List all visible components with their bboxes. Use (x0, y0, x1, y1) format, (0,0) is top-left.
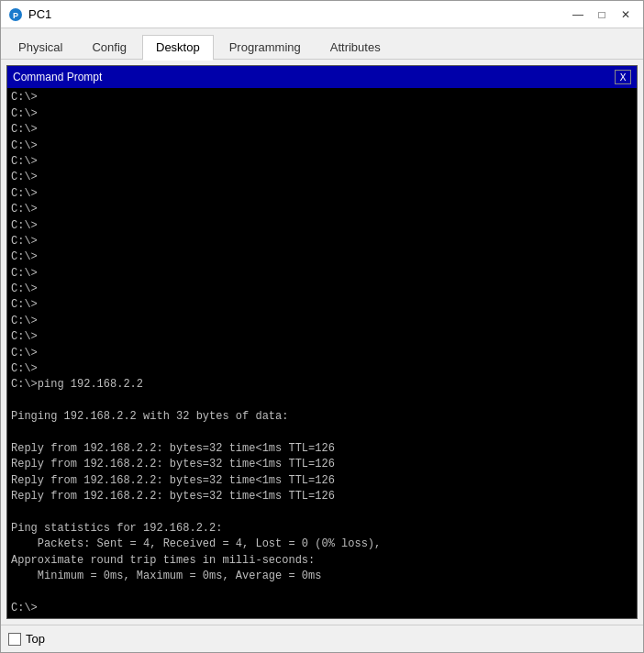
tab-physical[interactable]: Physical (5, 35, 76, 60)
top-checkbox-label: Top (26, 632, 45, 646)
title-bar: P PC1 — □ ✕ (1, 1, 643, 28)
command-prompt-window: Command Prompt X C:\> C:\> C:\> C:\> C:\… (6, 65, 638, 619)
cmd-body: C:\> C:\> C:\> C:\> C:\> C:\> C:\> C:\> … (7, 88, 637, 618)
window-title: PC1 (28, 7, 51, 21)
cmd-title-bar: Command Prompt X (7, 66, 637, 88)
main-content: Command Prompt X C:\> C:\> C:\> C:\> C:\… (1, 60, 643, 625)
tab-desktop[interactable]: Desktop (142, 35, 214, 60)
close-button[interactable]: ✕ (616, 5, 636, 25)
top-checkbox-container: Top (8, 632, 45, 646)
svg-text:P: P (13, 11, 18, 20)
bottom-bar: Top (1, 625, 643, 652)
title-controls: — □ ✕ (568, 5, 636, 25)
main-window: P PC1 — □ ✕ Physical Config Desktop Prog… (0, 0, 644, 653)
minimize-button[interactable]: — (568, 5, 588, 25)
tab-attributes[interactable]: Attributes (316, 35, 394, 60)
cmd-output[interactable]: C:\> C:\> C:\> C:\> C:\> C:\> C:\> C:\> … (7, 88, 637, 618)
maximize-button[interactable]: □ (592, 5, 612, 25)
top-checkbox[interactable] (8, 633, 21, 646)
cmd-close-button[interactable]: X (615, 70, 631, 84)
title-bar-left: P PC1 (8, 7, 51, 22)
tab-programming[interactable]: Programming (216, 35, 315, 60)
tab-bar: Physical Config Desktop Programming Attr… (1, 28, 643, 60)
tab-config[interactable]: Config (78, 35, 140, 60)
cmd-title-text: Command Prompt (13, 71, 102, 83)
app-icon: P (8, 7, 23, 22)
